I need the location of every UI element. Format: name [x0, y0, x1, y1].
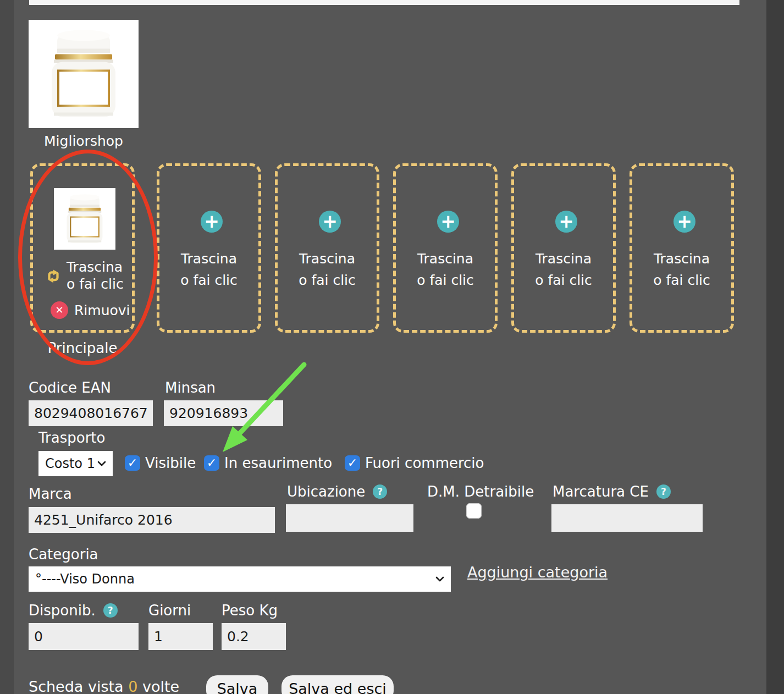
drag-or-click-line2: o fai clic	[396, 270, 495, 291]
save-and-exit-button[interactable]: Salva ed esci	[281, 675, 394, 694]
drag-or-click-label: Trascina o fai clic	[67, 258, 128, 293]
marca-label: Marca	[29, 486, 72, 502]
categoria-label: Categoria	[29, 546, 98, 563]
categoria-select[interactable]: °----Viso Donna	[29, 566, 451, 592]
drag-or-click-line1: Trascina	[159, 249, 258, 270]
remove-x-icon: ✕	[51, 301, 68, 319]
peso-kg-label: Peso Kg	[222, 602, 278, 619]
categoria-selected-value: °----Viso Donna	[35, 571, 135, 587]
marcatura-ce-input[interactable]	[551, 504, 703, 532]
in-esaurimento-checkbox[interactable]: ✓	[204, 455, 219, 471]
giorni-input[interactable]	[148, 623, 213, 650]
drag-or-click-line2: o fai clic	[632, 270, 731, 291]
drag-or-click-line2: o fai clic	[514, 270, 613, 291]
dm-detraibile-label: D.M. Detraibile	[427, 483, 534, 500]
ubicazione-input[interactable]	[286, 504, 413, 532]
fuori-commercio-checkbox[interactable]: ✓	[345, 455, 360, 471]
disponib-input[interactable]	[29, 623, 139, 650]
image-slot-2[interactable]: + Trascina o fai clic	[157, 163, 261, 333]
fuori-commercio-label: Fuori commercio	[365, 455, 484, 471]
minsan-input[interactable]	[164, 400, 283, 426]
image-slot-5[interactable]: + Trascina o fai clic	[511, 163, 616, 333]
drag-or-click-line2: o fai clic	[278, 270, 377, 291]
image-slot-3[interactable]: + Trascina o fai clic	[275, 163, 379, 333]
drag-or-click-line1: Trascina	[396, 249, 495, 270]
slot-thumbnail	[54, 188, 115, 250]
page-left-edge	[0, 0, 14, 694]
check-icon: ✓	[128, 457, 137, 469]
views-suffix: volte	[142, 678, 179, 694]
save-button[interactable]: Salva	[206, 675, 268, 694]
views-count: 0	[128, 678, 137, 694]
check-icon: ✓	[347, 457, 357, 469]
add-image-icon: +	[437, 211, 459, 233]
ean-input[interactable]	[29, 400, 153, 426]
peso-kg-input[interactable]	[222, 623, 286, 650]
add-image-icon: +	[319, 211, 341, 233]
visibile-checkbox[interactable]: ✓	[125, 455, 140, 471]
views-counter: Scheda vista 0 volte	[29, 678, 179, 694]
image-slot-6[interactable]: + Trascina o fai clic	[630, 163, 734, 333]
cream-jar-image	[29, 20, 139, 128]
drag-or-click-line1: Trascina	[514, 249, 613, 270]
ubicazione-help-icon[interactable]: ?	[373, 484, 387, 499]
chevron-down-icon	[435, 576, 444, 582]
in-esaurimento-label: In esaurimento	[224, 455, 332, 471]
photo-caption: Migliorshop	[29, 133, 139, 149]
top-panel-edge	[29, 0, 739, 5]
marca-input[interactable]	[29, 507, 275, 533]
trasporto-selected-value: Costo 1	[45, 456, 95, 471]
dm-detraibile-checkbox[interactable]	[466, 503, 482, 519]
add-image-icon: +	[673, 211, 695, 233]
remove-label: Rimuovi	[74, 302, 130, 318]
marcatura-ce-help-icon[interactable]: ?	[656, 484, 671, 499]
add-image-icon: +	[555, 211, 577, 233]
trasporto-label: Trasporto	[38, 429, 105, 446]
aggiungi-categoria-link[interactable]: Aggiungi categoria	[467, 564, 608, 581]
main-slot-caption: Principale	[30, 340, 135, 356]
drag-or-click-line1: Trascina	[278, 249, 377, 270]
trasporto-select[interactable]: Costo 1	[38, 451, 113, 476]
disponib-label: Disponib.	[29, 602, 96, 619]
minsan-label: Minsan	[165, 379, 216, 396]
chevron-down-icon	[97, 461, 106, 466]
ean-label: Codice EAN	[29, 379, 111, 396]
product-edit-page: Migliorshop Trascina o fai	[0, 0, 784, 694]
check-icon: ✓	[207, 457, 217, 469]
add-image-icon: +	[201, 211, 223, 233]
image-slot-4[interactable]: + Trascina o fai clic	[393, 163, 498, 333]
visibile-label: Visibile	[145, 455, 196, 471]
ubicazione-label: Ubicazione	[287, 483, 365, 500]
marcatura-ce-label: Marcatura CE	[553, 483, 649, 500]
views-prefix: Scheda vista	[29, 678, 124, 694]
swap-icon	[45, 260, 62, 293]
image-slot-main[interactable]: Trascina o fai clic ✕ Rimuovi	[30, 163, 135, 333]
disponib-help-icon[interactable]: ?	[103, 603, 118, 618]
product-photo	[29, 20, 139, 128]
page-right-edge	[766, 0, 784, 694]
drag-or-click-line1: Trascina	[632, 249, 731, 270]
drag-or-click-line2: o fai clic	[159, 270, 258, 291]
remove-image-button[interactable]: ✕ Rimuovi	[51, 301, 130, 319]
giorni-label: Giorni	[148, 602, 191, 619]
